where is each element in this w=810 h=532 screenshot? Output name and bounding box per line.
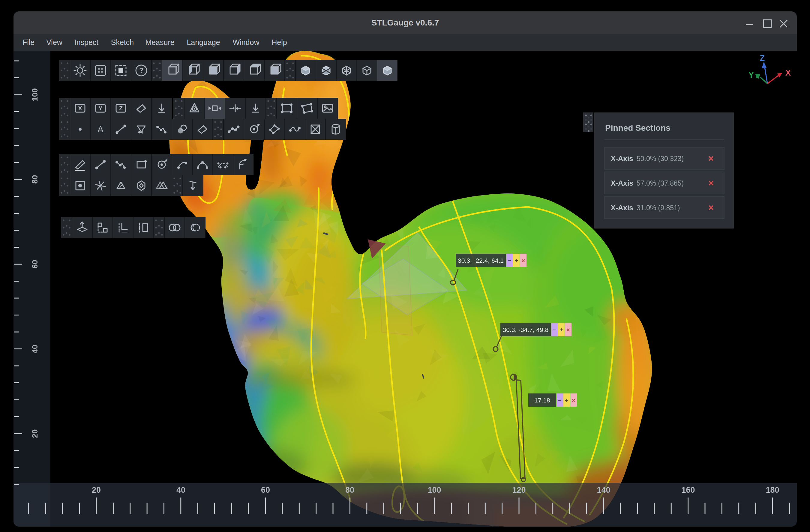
svg-text:X-Axis: X-Axis (611, 179, 633, 187)
svg-text:×: × (572, 397, 576, 404)
svg-text:100: 100 (30, 88, 39, 101)
svg-text:100: 100 (427, 485, 441, 495)
svg-text:Pinned Sections: Pinned Sections (605, 123, 670, 133)
svg-text:30.3, -22.4, 64.1: 30.3, -22.4, 64.1 (458, 257, 504, 264)
svg-text:×: × (708, 153, 714, 164)
svg-text:X: X (78, 105, 82, 112)
svg-text:A: A (97, 124, 103, 134)
svg-text:57.0% (37.865): 57.0% (37.865) (637, 179, 684, 187)
svg-text:Y: Y (748, 70, 754, 80)
svg-text:140: 140 (597, 485, 610, 495)
svg-text:−: − (507, 257, 511, 264)
svg-text:80: 80 (345, 485, 354, 495)
svg-text:40: 40 (176, 485, 185, 495)
svg-text:80: 80 (30, 175, 39, 184)
svg-text:+: + (515, 257, 518, 264)
svg-text:60: 60 (30, 260, 39, 269)
svg-text:20: 20 (92, 485, 101, 495)
svg-text:20: 20 (30, 429, 39, 438)
svg-text:X-Axis: X-Axis (611, 204, 633, 212)
svg-text:60: 60 (261, 485, 270, 495)
svg-text:×: × (566, 327, 570, 333)
svg-text:17.18: 17.18 (534, 397, 550, 404)
svg-text:160: 160 (681, 485, 695, 495)
svg-text:120: 120 (512, 485, 525, 495)
svg-text:+: + (560, 327, 563, 333)
svg-text:180: 180 (766, 485, 779, 495)
svg-text:Z: Z (760, 54, 765, 63)
svg-text:×: × (521, 257, 525, 264)
svg-text:Y: Y (98, 105, 102, 112)
svg-text:31.0% (9.851): 31.0% (9.851) (637, 204, 680, 212)
svg-text:+: + (565, 397, 568, 404)
svg-text:×: × (708, 202, 714, 213)
svg-text:−: − (558, 397, 562, 404)
svg-text:X-Axis: X-Axis (611, 154, 633, 163)
svg-text:50.0% (30.323): 50.0% (30.323) (637, 155, 684, 163)
svg-text:−: − (553, 327, 556, 333)
svg-text:X: X (785, 68, 791, 77)
svg-text:×: × (708, 178, 714, 188)
svg-text:?: ? (139, 66, 144, 74)
svg-text:40: 40 (30, 345, 39, 353)
svg-text:30.3, -34.7, 49.8: 30.3, -34.7, 49.8 (503, 326, 549, 333)
svg-text:Z: Z (119, 105, 123, 112)
